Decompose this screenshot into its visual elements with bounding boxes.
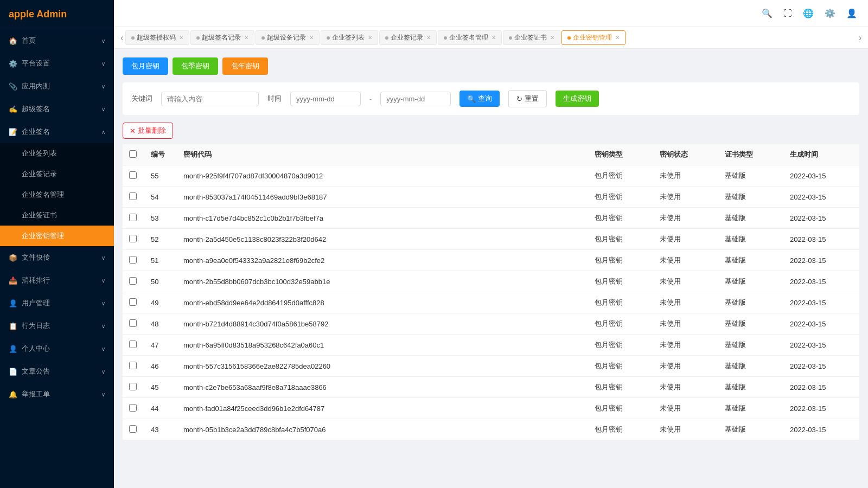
row-checkbox[interactable]: [129, 171, 137, 179]
cell-key-status: 未使用: [653, 398, 718, 419]
chevron-icon: ∨: [101, 106, 105, 112]
log-icon: 📋: [9, 322, 17, 330]
sidebar-item-apptest[interactable]: 📎 应用内测 ∨: [0, 75, 114, 98]
row-checkbox[interactable]: [129, 319, 137, 327]
row-checkbox[interactable]: [129, 341, 137, 348]
cell-cert-type: 基础版: [718, 187, 783, 208]
chevron-icon: ∨: [101, 278, 105, 284]
sidebar-item-label: 企业签名: [22, 127, 50, 137]
row-checkbox[interactable]: [129, 383, 137, 390]
sidebar-item-entSignMgr[interactable]: 企业签名管理: [0, 184, 114, 205]
select-all-checkbox[interactable]: [129, 150, 137, 158]
search-button[interactable]: 🔍 查询: [459, 91, 500, 107]
search-icon[interactable]: 🔍: [762, 8, 773, 18]
fullscreen-icon[interactable]: ⛶: [783, 9, 792, 18]
tab-super-device[interactable]: 超级设备记录 ✕: [256, 30, 320, 45]
monthly-key-button[interactable]: 包月密钥: [123, 57, 168, 75]
cell-code: month-ebd58dd9ee64e2dd864195d0afffc828: [177, 292, 588, 313]
row-checkbox[interactable]: [129, 362, 137, 369]
tab-ent-sign-record[interactable]: 企业签记录 ✕: [379, 30, 437, 45]
batch-delete-button[interactable]: ✕ 批量删除: [123, 123, 173, 139]
date-end-input[interactable]: [380, 92, 451, 106]
cell-code: month-c17d5e7d4bc852c1c0b2b1f7b3fbef7a: [177, 208, 588, 229]
sidebar-item-report[interactable]: 🔔 举报工单 ∨: [0, 383, 114, 406]
tab-close-ent-sign-mgr[interactable]: ✕: [492, 35, 496, 41]
row-checkbox[interactable]: [129, 214, 137, 221]
sidebar-item-entsign[interactable]: 📝 企业签名 ∧: [0, 120, 114, 143]
cell-cert-type: 基础版: [718, 229, 783, 250]
tab-dot: [261, 36, 265, 40]
reset-button[interactable]: ↻ 重置: [508, 90, 547, 107]
sidebar-item-entKeyMgr[interactable]: 企业密钥管理: [0, 226, 114, 246]
time-label: 时间: [267, 94, 282, 104]
cell-cert-type: 基础版: [718, 292, 783, 313]
row-checkbox[interactable]: [129, 192, 137, 200]
tab-close-super-device[interactable]: ✕: [309, 35, 314, 41]
sidebar-item-consume[interactable]: 📥 消耗排行 ∨: [0, 269, 114, 292]
row-checkbox[interactable]: [129, 256, 137, 264]
generate-key-button[interactable]: 生成密钥: [556, 91, 599, 107]
cell-create-time: 2022-03-15: [783, 356, 859, 377]
tab-super-auth[interactable]: 超级签授权码 ✕: [125, 30, 189, 45]
tabs-prev-button[interactable]: ‹: [118, 33, 125, 43]
search-bar: 关键词 时间 - 🔍 查询 ↻ 重置 生成密钥: [123, 82, 859, 115]
cell-key-type: 包月密钥: [588, 356, 653, 377]
cell-key-type: 包月密钥: [588, 335, 653, 356]
row-checkbox[interactable]: [129, 298, 137, 306]
tab-close-super-auth[interactable]: ✕: [179, 35, 183, 41]
row-checkbox[interactable]: [129, 235, 137, 242]
tab-close-ent-sign-cert[interactable]: ✕: [550, 35, 554, 41]
keyword-label: 关键词: [131, 94, 152, 104]
entsign-icon: 📝: [9, 128, 17, 136]
col-cert-type: 证书类型: [718, 144, 783, 165]
tab-ent-sign-mgr[interactable]: 企业签名管理 ✕: [438, 30, 502, 45]
tab-close-ent-sign-list[interactable]: ✕: [368, 35, 372, 41]
table-row: 49 month-ebd58dd9ee64e2dd864195d0afffc82…: [123, 292, 859, 313]
tab-ent-key-mgr[interactable]: 企业密钥管理 ✕: [561, 30, 626, 45]
cell-key-type: 包月密钥: [588, 419, 653, 440]
cell-id: 43: [144, 419, 177, 440]
sidebar: apple Admin 🏠 首页 ∨ ⚙️ 平台设置 ∨ 📎 应用内测 ∨ ✍️…: [0, 0, 114, 488]
tab-ent-sign-list[interactable]: 企业签列表 ✕: [321, 30, 378, 45]
row-checkbox[interactable]: [129, 425, 137, 433]
settings-icon[interactable]: ⚙️: [825, 8, 835, 18]
file-icon: 📦: [9, 254, 17, 262]
cell-cert-type: 基础版: [718, 419, 783, 440]
sidebar-item-article[interactable]: 📄 文章公告 ∨: [0, 360, 114, 383]
tab-dot: [385, 36, 388, 40]
sidebar-item-supersign[interactable]: ✍️ 超级签名 ∨: [0, 98, 114, 120]
cell-id: 44: [144, 398, 177, 419]
yearly-key-button[interactable]: 包年密钥: [222, 57, 268, 75]
tabs-next-button[interactable]: ›: [857, 33, 864, 43]
cell-key-type: 包月密钥: [588, 250, 653, 271]
sidebar-item-home[interactable]: 🏠 首页 ∨: [0, 29, 114, 52]
tab-close-ent-key-mgr[interactable]: ✕: [615, 35, 620, 41]
tab-close-ent-sign-record[interactable]: ✕: [426, 35, 431, 41]
user-icon[interactable]: 👤: [846, 8, 857, 18]
cell-id: 51: [144, 250, 177, 271]
sidebar-item-usermgr[interactable]: 👤 用户管理 ∨: [0, 292, 114, 314]
sidebar-item-entSignList[interactable]: 企业签列表: [0, 143, 114, 164]
sidebar-item-entSignRecord[interactable]: 企业签记录: [0, 164, 114, 184]
row-checkbox[interactable]: [129, 404, 137, 412]
sidebar-item-filefast[interactable]: 📦 文件快传 ∨: [0, 246, 114, 269]
sidebar-item-personal[interactable]: 👤 个人中心 ∨: [0, 337, 114, 360]
table-row: 45 month-c2e7be653a68aaf9f8e8a718aaae386…: [123, 377, 859, 398]
cell-code: month-6a95ff0d83518a953268c642fa0a60c1: [177, 335, 588, 356]
sidebar-item-platform[interactable]: ⚙️ 平台设置 ∨: [0, 52, 114, 75]
row-checkbox[interactable]: [129, 277, 137, 285]
tabs-bar: ‹ 超级签授权码 ✕ 超级签名记录 ✕ 超级设备记录 ✕ 企业签列表 ✕: [114, 27, 868, 49]
keyword-input[interactable]: [161, 92, 259, 106]
sidebar-item-behavlog[interactable]: 📋 行为日志 ∨: [0, 314, 114, 337]
tab-ent-sign-cert[interactable]: 企业签证书 ✕: [503, 30, 560, 45]
cell-id: 46: [144, 356, 177, 377]
sidebar-item-entSignCert[interactable]: 企业签证书: [0, 205, 114, 226]
cell-id: 53: [144, 208, 177, 229]
cell-key-type: 包月密钥: [588, 187, 653, 208]
tab-close-super-sign[interactable]: ✕: [244, 35, 248, 41]
tab-super-sign-record[interactable]: 超级签名记录 ✕: [190, 30, 254, 45]
date-start-input[interactable]: [290, 92, 361, 106]
quarterly-key-button[interactable]: 包季密钥: [173, 57, 218, 75]
globe-icon[interactable]: 🌐: [803, 8, 814, 18]
cell-key-status: 未使用: [653, 229, 718, 250]
